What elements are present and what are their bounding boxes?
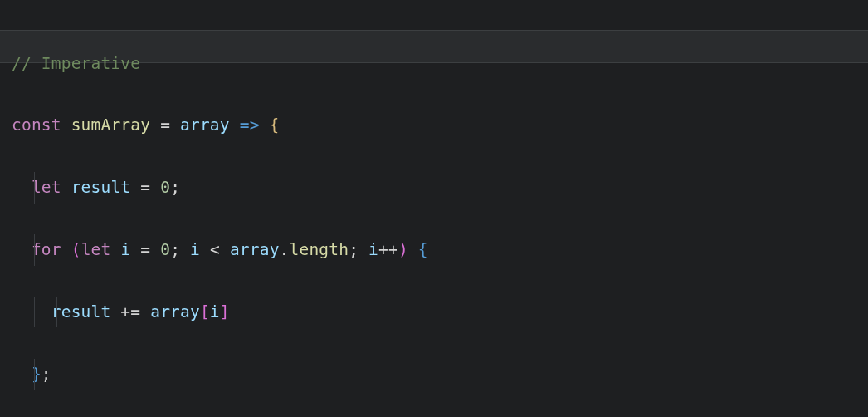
identifier: i	[120, 240, 130, 259]
semicolon: ;	[349, 240, 358, 259]
code-line: // Imperative	[12, 48, 868, 79]
paren: (	[71, 240, 81, 259]
operator: ++	[378, 240, 398, 259]
keyword-let: let	[32, 178, 61, 197]
code-editor[interactable]: // Imperative const sumArray = array => …	[0, 17, 868, 418]
brace: }	[32, 365, 41, 384]
bracket: ]	[220, 302, 230, 321]
semicolon: ;	[41, 365, 51, 384]
identifier: i	[210, 302, 220, 321]
identifier: result	[51, 302, 111, 321]
arrow: =>	[240, 115, 260, 135]
identifier: array	[230, 240, 280, 259]
operator: =	[160, 115, 170, 135]
dot: .	[280, 240, 290, 259]
code-line: for (let i = 0; i < array.length; i++) {	[12, 234, 868, 265]
operator: <	[210, 240, 220, 259]
identifier: result	[71, 178, 131, 197]
bracket: [	[200, 302, 210, 321]
operator: =	[140, 240, 150, 259]
brace: {	[418, 240, 428, 259]
identifier: array	[150, 302, 200, 321]
param: array	[180, 115, 230, 135]
operator: +=	[120, 302, 140, 321]
keyword-let: let	[81, 240, 111, 259]
code-line: let result = 0;	[12, 172, 868, 203]
identifier: i	[368, 240, 378, 259]
property: length	[290, 240, 349, 259]
semicolon: ;	[170, 178, 180, 197]
identifier: i	[190, 240, 200, 259]
code-line: result += array[i]	[12, 297, 868, 327]
code-line: };	[12, 359, 868, 390]
identifier: sumArray	[71, 115, 151, 135]
paren: )	[398, 240, 408, 259]
brace: {	[270, 115, 280, 135]
keyword-const: const	[12, 115, 61, 135]
comment: // Imperative	[12, 54, 140, 73]
number: 0	[160, 240, 170, 259]
operator: =	[140, 178, 150, 197]
number: 0	[160, 178, 170, 197]
semicolon: ;	[170, 240, 180, 259]
keyword-for: for	[32, 240, 61, 259]
code-line: const sumArray = array => {	[12, 110, 868, 140]
